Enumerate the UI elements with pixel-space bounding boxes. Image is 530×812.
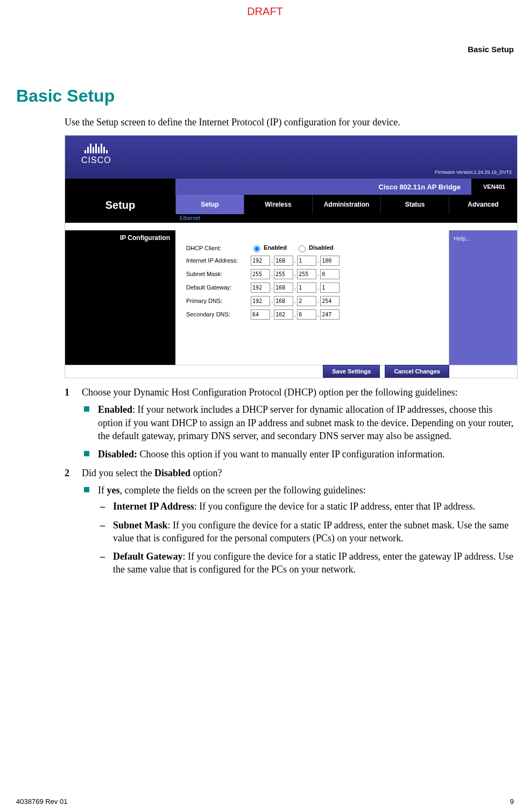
sidebar-ip-config: IP Configuration bbox=[65, 230, 175, 245]
intro-text: Use the Setup screen to define the Inter… bbox=[65, 116, 514, 129]
dhcp-enabled-label: Enabled bbox=[264, 244, 287, 251]
ui-header: CISCO Firmware Version:1.24.29.19_DVT2 bbox=[65, 136, 517, 179]
dns2-octet-4[interactable] bbox=[320, 309, 340, 320]
dhcp-label: DHCP Client: bbox=[186, 244, 251, 252]
dns2-octet-1[interactable] bbox=[251, 309, 270, 320]
tab-status[interactable]: Status bbox=[380, 195, 449, 214]
step-1: Choose your Dynamic Host Configuration P… bbox=[65, 386, 514, 461]
guideline-mask: Subnet Mask: If you configure the device… bbox=[100, 519, 514, 545]
ui-sidebar: IP Configuration bbox=[65, 230, 175, 365]
gw-octet-1[interactable] bbox=[251, 283, 270, 293]
gl-ip-label: Internet IP Address bbox=[113, 501, 194, 512]
gw-octet-3[interactable] bbox=[297, 283, 316, 293]
tab-administration[interactable]: Administration bbox=[312, 195, 380, 214]
gl-mask-text: : If you configure the device for a stat… bbox=[113, 520, 508, 543]
step-1-text: Choose your Dynamic Host Configuration P… bbox=[82, 387, 457, 398]
disabled-label: Disabled: bbox=[98, 449, 137, 460]
ip-config-form: DHCP Client: Enabled Disabled Internet I… bbox=[175, 230, 449, 365]
disabled-text: Choose this option if you want to manual… bbox=[137, 449, 445, 460]
step-2-lead-2: option? bbox=[190, 468, 222, 478]
dns2-label: Secondary DNS: bbox=[186, 310, 251, 319]
gl-mask-label: Subnet Mask bbox=[113, 520, 168, 531]
gateway-label: Default Gateway: bbox=[186, 284, 251, 292]
dhcp-disabled-label: Disabled bbox=[309, 244, 334, 251]
page-section-header: Basic Setup bbox=[16, 45, 514, 54]
step-2: Did you select the Disabled option? If y… bbox=[65, 467, 514, 576]
mask-octet-4[interactable] bbox=[320, 269, 340, 279]
tab-wireless[interactable]: Wireless bbox=[244, 195, 312, 214]
section-title: Setup bbox=[65, 195, 175, 214]
step-2-yes: If yes, complete the fields on the scree… bbox=[84, 484, 514, 576]
step-2-lead-bold: Disabled bbox=[154, 468, 190, 478]
yes-2: , complete the fields on the screen per … bbox=[120, 485, 366, 496]
footer-docid: 4038769 Rev 01 bbox=[16, 797, 67, 806]
ip-address-label: Internet IP Address: bbox=[186, 257, 251, 265]
guideline-gw: Default Gateway: If you configure the de… bbox=[100, 550, 514, 576]
page-footer: 4038769 Rev 01 9 bbox=[16, 797, 514, 806]
product-title-row: Cisco 802.11n AP Bridge VEN401 bbox=[65, 179, 517, 195]
page-title: Basic Setup bbox=[16, 86, 514, 106]
ip-octet-1[interactable] bbox=[251, 256, 270, 266]
dns1-octet-4[interactable] bbox=[320, 296, 340, 306]
router-ui-screenshot: CISCO Firmware Version:1.24.29.19_DVT2 C… bbox=[65, 135, 518, 378]
gl-ip-text: : If you configure the device for a stat… bbox=[194, 501, 475, 512]
dhcp-enabled-radio[interactable] bbox=[253, 245, 260, 252]
ui-button-row: Save Settings Cancel Changes bbox=[65, 365, 517, 378]
enabled-label: Enabled bbox=[98, 404, 132, 415]
firmware-version: Firmware Version:1.24.29.19_DVT2 bbox=[435, 169, 512, 175]
help-panel[interactable]: Help... bbox=[449, 230, 517, 365]
mask-octet-1[interactable] bbox=[251, 269, 270, 279]
step-2-lead-1: Did you select the bbox=[82, 468, 154, 478]
dhcp-disabled-radio[interactable] bbox=[299, 245, 306, 252]
cisco-logo-text: CISCO bbox=[81, 154, 111, 166]
footer-page-number: 9 bbox=[510, 797, 514, 806]
yes-bold: yes bbox=[107, 485, 120, 496]
draft-label: DRAFT bbox=[16, 5, 514, 18]
cisco-logo: CISCO bbox=[81, 144, 111, 166]
dns1-octet-1[interactable] bbox=[251, 296, 270, 306]
tab-setup[interactable]: Setup bbox=[175, 195, 244, 214]
mask-octet-2[interactable] bbox=[274, 269, 293, 279]
subnav-ethernet[interactable]: Ethernet bbox=[175, 214, 204, 223]
guideline-ip: Internet IP Address: If you configure th… bbox=[100, 500, 514, 513]
ip-octet-3[interactable] bbox=[297, 256, 316, 266]
ip-octet-4[interactable] bbox=[320, 256, 340, 266]
ip-octet-2[interactable] bbox=[274, 256, 293, 266]
mask-octet-3[interactable] bbox=[297, 269, 316, 279]
cancel-changes-button[interactable]: Cancel Changes bbox=[385, 365, 449, 378]
dns1-octet-2[interactable] bbox=[274, 296, 293, 306]
gw-octet-2[interactable] bbox=[274, 283, 293, 293]
cisco-logo-icon bbox=[81, 144, 111, 153]
gl-gw-label: Default Gateway bbox=[113, 551, 182, 562]
dns2-octet-3[interactable] bbox=[297, 309, 316, 320]
product-title: Cisco 802.11n AP Bridge bbox=[175, 179, 471, 195]
gw-octet-4[interactable] bbox=[320, 283, 340, 293]
nav-row: Setup Setup Wireless Administration Stat… bbox=[65, 195, 517, 214]
dns1-octet-3[interactable] bbox=[297, 296, 316, 306]
mask-label: Subnet Mask: bbox=[186, 270, 251, 278]
yes-1: If bbox=[98, 485, 107, 496]
step-1-enabled: Enabled: If your network includes a DHCP… bbox=[84, 403, 514, 442]
subnav-row: Ethernet bbox=[65, 214, 517, 223]
save-settings-button[interactable]: Save Settings bbox=[323, 365, 380, 378]
enabled-text: : If your network includes a DHCP server… bbox=[98, 404, 513, 441]
step-1-disabled: Disabled: Choose this option if you want… bbox=[84, 448, 514, 461]
tab-advanced[interactable]: Advanced bbox=[449, 195, 517, 214]
product-model: VEN401 bbox=[471, 179, 517, 195]
dns1-label: Primary DNS: bbox=[186, 297, 251, 305]
dns2-octet-2[interactable] bbox=[274, 309, 293, 320]
